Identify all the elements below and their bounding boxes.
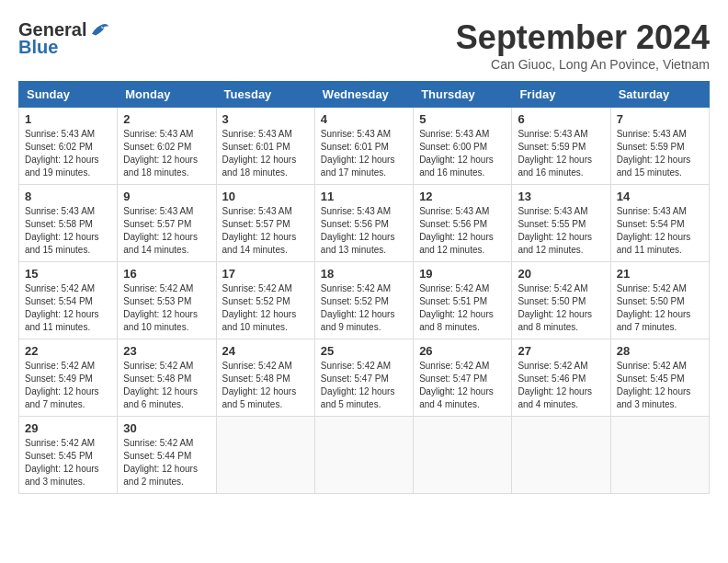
day-cell-14: 14Sunrise: 5:43 AM Sunset: 5:54 PM Dayli… xyxy=(610,185,709,262)
day-info: Sunrise: 5:42 AM Sunset: 5:48 PM Dayligh… xyxy=(123,360,210,411)
day-number: 7 xyxy=(617,112,703,126)
day-info: Sunrise: 5:42 AM Sunset: 5:48 PM Dayligh… xyxy=(222,360,309,411)
day-number: 5 xyxy=(419,112,506,126)
day-cell-22: 22Sunrise: 5:42 AM Sunset: 5:49 PM Dayli… xyxy=(19,339,118,417)
day-info: Sunrise: 5:42 AM Sunset: 5:45 PM Dayligh… xyxy=(25,437,111,488)
day-number: 3 xyxy=(222,112,309,126)
day-cell-3: 3Sunrise: 5:43 AM Sunset: 6:01 PM Daylig… xyxy=(216,108,314,185)
day-cell-2: 2Sunrise: 5:43 AM Sunset: 6:02 PM Daylig… xyxy=(118,108,216,185)
day-number: 4 xyxy=(321,112,407,126)
day-cell-7: 7Sunrise: 5:43 AM Sunset: 5:59 PM Daylig… xyxy=(610,108,709,185)
empty-cell xyxy=(216,417,314,494)
day-cell-12: 12Sunrise: 5:43 AM Sunset: 5:56 PM Dayli… xyxy=(414,185,512,262)
day-number: 14 xyxy=(617,190,703,203)
day-info: Sunrise: 5:43 AM Sunset: 5:56 PM Dayligh… xyxy=(321,205,407,257)
day-info: Sunrise: 5:42 AM Sunset: 5:52 PM Dayligh… xyxy=(321,282,407,334)
calendar-header-row: SundayMondayTuesdayWednesdayThursdayFrid… xyxy=(19,82,710,108)
day-number: 2 xyxy=(123,112,210,126)
day-info: Sunrise: 5:42 AM Sunset: 5:44 PM Dayligh… xyxy=(123,437,210,488)
day-info: Sunrise: 5:43 AM Sunset: 5:55 PM Dayligh… xyxy=(518,205,604,257)
day-number: 15 xyxy=(25,267,111,281)
day-cell-25: 25Sunrise: 5:42 AM Sunset: 5:47 PM Dayli… xyxy=(314,339,413,417)
day-number: 25 xyxy=(321,344,407,358)
day-cell-16: 16Sunrise: 5:42 AM Sunset: 5:53 PM Dayli… xyxy=(118,262,216,339)
day-number: 13 xyxy=(518,190,604,203)
col-header-wednesday: Wednesday xyxy=(314,82,413,108)
day-info: Sunrise: 5:43 AM Sunset: 6:02 PM Dayligh… xyxy=(123,128,210,179)
day-cell-13: 13Sunrise: 5:43 AM Sunset: 5:55 PM Dayli… xyxy=(512,185,610,262)
day-info: Sunrise: 5:42 AM Sunset: 5:52 PM Dayligh… xyxy=(222,282,309,334)
day-cell-29: 29Sunrise: 5:42 AM Sunset: 5:45 PM Dayli… xyxy=(19,417,118,494)
col-header-tuesday: Tuesday xyxy=(216,82,314,108)
day-cell-8: 8Sunrise: 5:43 AM Sunset: 5:58 PM Daylig… xyxy=(19,185,118,262)
day-info: Sunrise: 5:43 AM Sunset: 5:54 PM Dayligh… xyxy=(617,205,703,257)
day-info: Sunrise: 5:42 AM Sunset: 5:54 PM Dayligh… xyxy=(25,282,111,334)
col-header-monday: Monday xyxy=(118,82,216,108)
week-row-1: 1Sunrise: 5:43 AM Sunset: 6:02 PM Daylig… xyxy=(19,108,710,185)
day-cell-18: 18Sunrise: 5:42 AM Sunset: 5:52 PM Dayli… xyxy=(314,262,413,339)
day-cell-11: 11Sunrise: 5:43 AM Sunset: 5:56 PM Dayli… xyxy=(314,185,413,262)
day-number: 29 xyxy=(25,421,111,435)
day-cell-17: 17Sunrise: 5:42 AM Sunset: 5:52 PM Dayli… xyxy=(216,262,314,339)
day-number: 16 xyxy=(123,267,210,281)
logo-bird-icon xyxy=(88,18,110,40)
day-cell-9: 9Sunrise: 5:43 AM Sunset: 5:57 PM Daylig… xyxy=(118,185,216,262)
day-cell-1: 1Sunrise: 5:43 AM Sunset: 6:02 PM Daylig… xyxy=(19,108,118,185)
day-info: Sunrise: 5:43 AM Sunset: 6:01 PM Dayligh… xyxy=(321,128,407,179)
day-info: Sunrise: 5:42 AM Sunset: 5:47 PM Dayligh… xyxy=(321,360,407,411)
day-info: Sunrise: 5:42 AM Sunset: 5:53 PM Dayligh… xyxy=(123,282,210,334)
day-cell-20: 20Sunrise: 5:42 AM Sunset: 5:50 PM Dayli… xyxy=(512,262,610,339)
day-number: 9 xyxy=(123,190,210,203)
empty-cell xyxy=(414,417,512,494)
day-number: 12 xyxy=(419,190,506,203)
day-cell-19: 19Sunrise: 5:42 AM Sunset: 5:51 PM Dayli… xyxy=(414,262,512,339)
col-header-sunday: Sunday xyxy=(19,82,118,108)
day-cell-15: 15Sunrise: 5:42 AM Sunset: 5:54 PM Dayli… xyxy=(19,262,118,339)
day-info: Sunrise: 5:42 AM Sunset: 5:45 PM Dayligh… xyxy=(617,360,703,411)
day-info: Sunrise: 5:42 AM Sunset: 5:51 PM Dayligh… xyxy=(419,282,506,334)
day-info: Sunrise: 5:42 AM Sunset: 5:47 PM Dayligh… xyxy=(419,360,506,411)
day-cell-23: 23Sunrise: 5:42 AM Sunset: 5:48 PM Dayli… xyxy=(118,339,216,417)
col-header-thursday: Thursday xyxy=(414,82,512,108)
day-info: Sunrise: 5:43 AM Sunset: 6:02 PM Dayligh… xyxy=(25,128,111,179)
day-number: 17 xyxy=(222,267,309,281)
day-number: 19 xyxy=(419,267,506,281)
day-info: Sunrise: 5:42 AM Sunset: 5:49 PM Dayligh… xyxy=(25,360,111,411)
day-info: Sunrise: 5:43 AM Sunset: 5:58 PM Dayligh… xyxy=(25,205,111,257)
week-row-2: 8Sunrise: 5:43 AM Sunset: 5:58 PM Daylig… xyxy=(19,185,710,262)
day-number: 20 xyxy=(518,267,604,281)
day-number: 27 xyxy=(518,344,604,358)
day-number: 6 xyxy=(518,112,604,126)
day-number: 10 xyxy=(222,190,309,203)
day-info: Sunrise: 5:43 AM Sunset: 5:57 PM Dayligh… xyxy=(123,205,210,257)
day-number: 28 xyxy=(617,344,703,358)
day-info: Sunrise: 5:43 AM Sunset: 5:57 PM Dayligh… xyxy=(222,205,309,257)
day-cell-21: 21Sunrise: 5:42 AM Sunset: 5:50 PM Dayli… xyxy=(610,262,709,339)
day-info: Sunrise: 5:43 AM Sunset: 6:01 PM Dayligh… xyxy=(222,128,309,179)
day-cell-27: 27Sunrise: 5:42 AM Sunset: 5:46 PM Dayli… xyxy=(512,339,610,417)
day-number: 26 xyxy=(419,344,506,358)
logo: General Blue xyxy=(18,18,110,58)
day-info: Sunrise: 5:42 AM Sunset: 5:50 PM Dayligh… xyxy=(518,282,604,334)
day-number: 30 xyxy=(123,421,210,435)
day-cell-6: 6Sunrise: 5:43 AM Sunset: 5:59 PM Daylig… xyxy=(512,108,610,185)
day-info: Sunrise: 5:42 AM Sunset: 5:50 PM Dayligh… xyxy=(617,282,703,334)
day-number: 8 xyxy=(25,190,111,203)
day-cell-28: 28Sunrise: 5:42 AM Sunset: 5:45 PM Dayli… xyxy=(610,339,709,417)
page-title: September 2024 xyxy=(456,18,710,57)
empty-cell xyxy=(610,417,709,494)
day-number: 24 xyxy=(222,344,309,358)
day-cell-4: 4Sunrise: 5:43 AM Sunset: 6:01 PM Daylig… xyxy=(314,108,413,185)
empty-cell xyxy=(314,417,413,494)
day-cell-24: 24Sunrise: 5:42 AM Sunset: 5:48 PM Dayli… xyxy=(216,339,314,417)
day-number: 18 xyxy=(321,267,407,281)
day-info: Sunrise: 5:43 AM Sunset: 6:00 PM Dayligh… xyxy=(419,128,506,179)
day-cell-10: 10Sunrise: 5:43 AM Sunset: 5:57 PM Dayli… xyxy=(216,185,314,262)
day-number: 11 xyxy=(321,190,407,203)
page-subtitle: Can Giuoc, Long An Povince, Vietnam xyxy=(456,57,710,72)
day-info: Sunrise: 5:43 AM Sunset: 5:56 PM Dayligh… xyxy=(419,205,506,257)
day-info: Sunrise: 5:43 AM Sunset: 5:59 PM Dayligh… xyxy=(518,128,604,179)
col-header-saturday: Saturday xyxy=(610,82,709,108)
week-row-3: 15Sunrise: 5:42 AM Sunset: 5:54 PM Dayli… xyxy=(19,262,710,339)
page-header: General Blue September 2024 Can Giuoc, L… xyxy=(18,18,710,72)
